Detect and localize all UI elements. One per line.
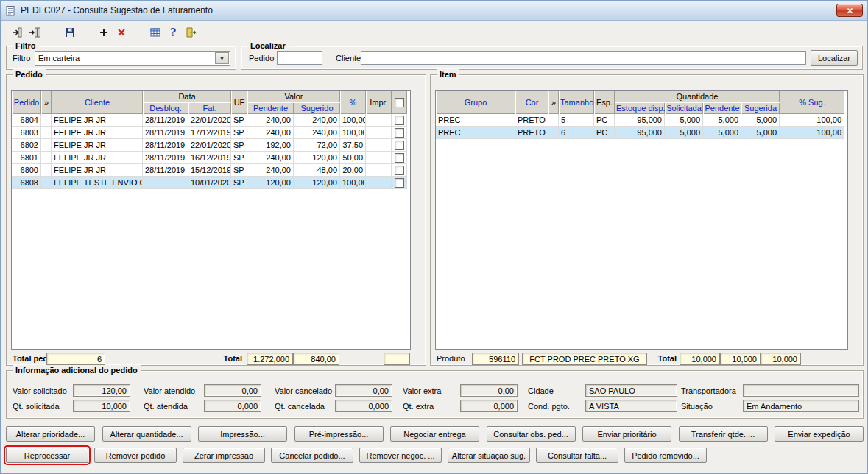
- cell-pedido: 6801: [12, 152, 41, 164]
- pre-impressao-button[interactable]: Pré-impressão...: [294, 426, 384, 442]
- cell-check: [392, 152, 407, 164]
- qt-solicitada-field: 10,000: [73, 400, 130, 412]
- enviar-prioritario-button[interactable]: Enviar prioritário: [582, 426, 671, 442]
- enviar-expedicao-button[interactable]: Enviar expedição: [775, 426, 864, 442]
- col-header-desbloq[interactable]: Desbloq.: [143, 102, 188, 114]
- cell-pendente: 5,000: [703, 127, 741, 139]
- cell-pct: 37,50: [340, 139, 366, 152]
- col-header-pct-sug[interactable]: % Sug.: [780, 91, 844, 114]
- close-button[interactable]: [836, 4, 863, 17]
- pedido-row[interactable]: 6800 FELIPE JR JR 28/11/2019 15/12/2019 …: [12, 164, 407, 177]
- reprocessar-button[interactable]: Reprocessar: [6, 448, 88, 463]
- print-checkbox[interactable]: [395, 128, 404, 138]
- pedido-row[interactable]: 6802 FELIPE JR JR 28/11/2019 22/01/2020 …: [12, 139, 407, 152]
- localizar-button[interactable]: Localizar: [811, 50, 858, 66]
- produto-descricao-field: FCT PROD PREC PRETO XG: [522, 353, 647, 365]
- delete-icon[interactable]: [113, 24, 130, 40]
- action-row-1: Alterar prioridade... Alterar quantidade…: [6, 426, 864, 442]
- cell-grupo: PREC: [436, 114, 515, 127]
- pedido-row[interactable]: 6801 FELIPE JR JR 28/11/2019 16/12/2019 …: [12, 152, 407, 164]
- col-header-sugerido[interactable]: Sugerido: [294, 102, 340, 114]
- negociar-entrega-button[interactable]: Negociar entrega: [390, 426, 479, 442]
- remover-pedido-button[interactable]: Remover pedido: [94, 448, 177, 463]
- cell-chevron: [41, 164, 52, 177]
- filtro-legend: Filtro: [13, 40, 39, 51]
- valor-solicitado-field: 120,00: [73, 384, 130, 397]
- cell-fat: 17/12/2019: [188, 127, 231, 139]
- filtro-selected-value: Em carteira: [38, 53, 80, 64]
- cell-pedido: 6800: [12, 164, 41, 177]
- col-header-fat[interactable]: Fat.: [188, 102, 231, 114]
- window-title: PEDFC027 - Consulta Sugestão de Faturame…: [21, 5, 213, 15]
- col-header-cor[interactable]: Cor: [515, 91, 548, 114]
- cell-fat: 22/01/2020: [188, 139, 231, 152]
- item-grid[interactable]: Grupo Cor » Tamanho Esp. Quantidade % Su…: [435, 90, 848, 350]
- transferir-qtde-button[interactable]: Transferir qtde. ...: [679, 426, 768, 442]
- item-total-sugerida-field: 10,000: [761, 353, 801, 365]
- close-all-windows-icon[interactable]: [26, 24, 43, 40]
- remover-negoc-button[interactable]: Remover negoc. ...: [359, 448, 442, 463]
- exit-icon[interactable]: [182, 24, 200, 40]
- cell-pct-sug: 100,00: [780, 114, 844, 127]
- impressao-button[interactable]: Impressão...: [198, 426, 287, 442]
- col-header-tamanho[interactable]: Tamanho: [559, 91, 594, 114]
- alterar-prioridade-button[interactable]: Alterar prioridade...: [6, 426, 95, 442]
- cell-pendente: 120,00: [247, 177, 294, 189]
- help-icon[interactable]: ?: [164, 24, 182, 40]
- print-checkbox[interactable]: [395, 166, 404, 175]
- pedido-row-selected[interactable]: 6808 FELIPE TESTE ENVIO C 10/01/2020 SP …: [12, 177, 407, 189]
- alterar-situacao-sug-button[interactable]: Alterar situação sug.: [448, 448, 530, 463]
- zerar-impressao-button[interactable]: Zerar impressão: [183, 448, 265, 463]
- pedido-grid[interactable]: Pedido » Cliente Data UF Valor % Impr. D…: [11, 90, 411, 350]
- save-icon[interactable]: [61, 24, 79, 40]
- add-icon[interactable]: [95, 24, 113, 40]
- pedido-row[interactable]: 6804 FELIPE JR JR 28/11/2019 22/01/2020 …: [12, 114, 407, 127]
- print-checkbox[interactable]: [395, 153, 404, 163]
- print-checkbox[interactable]: [395, 116, 404, 125]
- cell-cliente: FELIPE TESTE ENVIO C: [52, 177, 143, 189]
- col-header-pendente[interactable]: Pendente: [703, 102, 741, 114]
- cell-pct: 50,00: [340, 152, 366, 164]
- pedido-removido-button[interactable]: Pedido removido...: [624, 448, 707, 463]
- filtro-dropdown[interactable]: Em carteira ▼: [35, 51, 230, 66]
- col-header-cliente[interactable]: Cliente: [52, 91, 143, 114]
- cell-check: [392, 114, 407, 127]
- col-header-check: [392, 91, 407, 114]
- item-row-selected[interactable]: PREC PRETO 6 PC 95,000 5,000 5,000 5,000…: [436, 127, 844, 139]
- localizar-groupbox: Localizar Pedido Cliente Localizar: [241, 46, 863, 70]
- localizar-cliente-input[interactable]: [361, 51, 806, 65]
- title-bar: PEDFC027 - Consulta Sugestão de Faturame…: [1, 1, 867, 21]
- print-checkbox[interactable]: [395, 141, 404, 150]
- cell-check: [392, 139, 407, 152]
- col-header-solicitada[interactable]: Solicitada: [665, 102, 703, 114]
- item-groupbox: Item Grupo Cor » Tamanho Esp. Quantidade…: [430, 74, 864, 366]
- chevron-down-icon[interactable]: ▼: [215, 52, 229, 64]
- toolbar: ?: [1, 21, 867, 43]
- localizar-pedido-input[interactable]: [277, 51, 322, 65]
- item-total-pendente-field: 10,000: [720, 353, 761, 365]
- cell-sugerido: 72,00: [294, 139, 340, 152]
- action-row-2: Reprocessar Remover pedido Zerar impress…: [6, 448, 864, 463]
- cell-check: [392, 164, 407, 177]
- cell-pedido: 6802: [12, 139, 41, 152]
- item-row[interactable]: PREC PRETO 5 PC 95,000 5,000 5,000 5,000…: [436, 114, 844, 127]
- qt-cancelada-field: 0,000: [335, 400, 392, 412]
- close-window-icon[interactable]: [8, 24, 26, 40]
- col-header-sugerida[interactable]: Sugerida: [741, 102, 780, 114]
- col-header-pct[interactable]: %: [340, 91, 366, 114]
- item-total-label: Total: [649, 353, 677, 365]
- consultar-falta-button[interactable]: Consultar falta...: [536, 448, 618, 463]
- cond-pgto-field: A VISTA: [585, 400, 677, 412]
- cancelar-pedido-button[interactable]: Cancelar pedido...: [271, 448, 353, 463]
- col-header-grupo[interactable]: Grupo: [436, 91, 515, 114]
- grid-icon[interactable]: [147, 24, 164, 40]
- situacao-field: Em Andamento: [743, 400, 859, 412]
- consultar-obs-ped-button[interactable]: Consultar obs. ped...: [487, 426, 576, 442]
- col-header-estoque[interactable]: Estoque disp.: [615, 102, 665, 114]
- col-header-pedido[interactable]: Pedido: [12, 91, 41, 114]
- pedido-row[interactable]: 6803 FELIPE JR JR 28/11/2019 17/12/2019 …: [12, 127, 407, 139]
- alterar-quantidade-button[interactable]: Alterar quantidade...: [102, 426, 191, 442]
- print-checkbox[interactable]: [395, 178, 404, 188]
- situacao-label: Situação: [681, 400, 713, 413]
- col-header-pendente[interactable]: Pendente: [247, 102, 294, 114]
